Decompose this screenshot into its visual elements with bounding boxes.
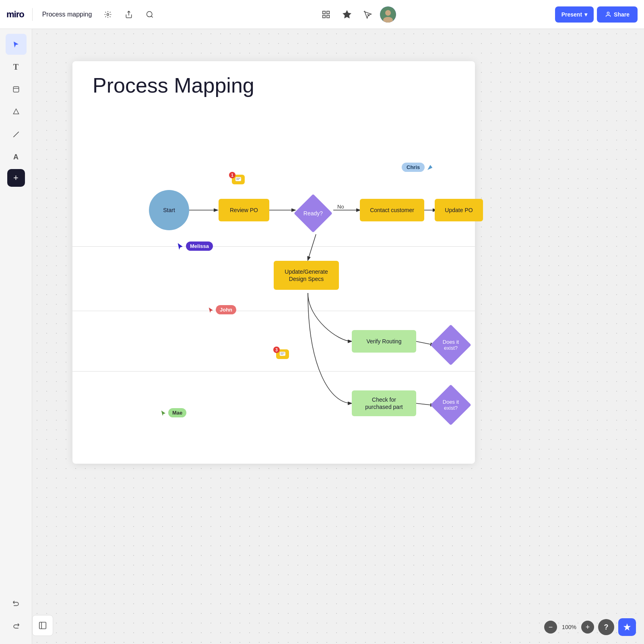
share-icon-button[interactable] xyxy=(121,6,137,23)
board-title[interactable]: Process mapping xyxy=(39,9,95,20)
whiteboard[interactable]: Process Mapping xyxy=(72,61,475,464)
topbar: miro Process mapping xyxy=(0,0,644,29)
tool-select[interactable] xyxy=(6,34,27,55)
share-button[interactable]: Share xyxy=(597,6,638,23)
comment-1[interactable]: 1 xyxy=(232,175,245,184)
settings-button[interactable] xyxy=(100,6,116,23)
svg-point-0 xyxy=(107,13,109,15)
svg-line-12 xyxy=(13,132,19,137)
zoom-level: 100% xyxy=(561,624,577,630)
ai-button[interactable] xyxy=(618,618,636,636)
miro-logo: miro xyxy=(6,9,24,20)
tool-more[interactable]: + xyxy=(7,169,25,187)
node-check-purchased[interactable]: Check forpurchased part xyxy=(352,390,416,416)
cursor-john: John xyxy=(208,305,236,314)
tool-text[interactable]: T xyxy=(6,56,27,77)
swim-lane-2 xyxy=(72,311,475,311)
search-button[interactable] xyxy=(142,6,158,23)
flag-button[interactable] xyxy=(338,6,356,23)
topbar-right: Present ▾ Share xyxy=(555,6,638,23)
node-ready[interactable]: Ready? xyxy=(294,194,332,233)
zoom-out-button[interactable]: − xyxy=(544,621,557,634)
present-button[interactable]: Present ▾ xyxy=(555,6,594,23)
node-does-exist-2[interactable]: Does itexist? xyxy=(431,385,471,425)
tool-sticky[interactable] xyxy=(6,79,27,100)
svg-rect-4 xyxy=(322,15,325,17)
svg-point-10 xyxy=(607,12,609,14)
celebrate-button[interactable] xyxy=(359,6,377,23)
node-does-exist-1[interactable]: Does itexist? xyxy=(431,325,471,365)
svg-rect-11 xyxy=(13,87,19,92)
user-avatar[interactable] xyxy=(380,6,396,23)
tool-redo[interactable] xyxy=(6,615,27,636)
zoom-in-button[interactable]: + xyxy=(581,621,594,634)
svg-rect-20 xyxy=(235,177,241,181)
svg-rect-23 xyxy=(280,352,285,356)
board-main-title: Process Mapping xyxy=(93,73,254,97)
topbar-center xyxy=(163,6,550,23)
sidebar-bottom xyxy=(6,592,27,639)
help-button[interactable]: ? xyxy=(598,619,614,635)
swim-lane-1 xyxy=(72,246,475,247)
main-area: T A + xyxy=(0,29,644,644)
tool-undo[interactable] xyxy=(6,592,27,613)
node-review-po[interactable]: Review PO xyxy=(219,199,269,221)
topbar-divider-1 xyxy=(32,8,33,21)
left-sidebar: T A + xyxy=(0,29,32,644)
svg-point-1 xyxy=(147,11,152,17)
cursor-melissa: Melissa xyxy=(176,242,213,251)
tool-shape[interactable] xyxy=(6,101,27,122)
node-contact-customer[interactable]: Contact customer xyxy=(360,199,424,221)
node-update-design[interactable]: Update/GenerateDesign Specs xyxy=(274,261,339,290)
arrow-label-no: No xyxy=(337,204,344,210)
bottom-bar: − 100% + ? xyxy=(544,618,636,636)
svg-line-17 xyxy=(308,234,316,260)
svg-rect-26 xyxy=(39,622,46,629)
panel-toggle-button[interactable] xyxy=(32,615,53,636)
svg-rect-2 xyxy=(322,11,325,13)
tool-pen[interactable]: A xyxy=(6,147,27,167)
node-update-po[interactable]: Update PO xyxy=(435,199,483,221)
svg-marker-6 xyxy=(343,10,350,17)
cursor-mae: Mae xyxy=(160,408,186,417)
svg-point-8 xyxy=(385,10,391,16)
svg-rect-3 xyxy=(326,11,329,13)
canvas[interactable]: Process Mapping xyxy=(32,29,644,644)
node-start[interactable]: Start xyxy=(149,190,189,230)
cursor-chris: Chris xyxy=(402,163,433,172)
grid-icon-button[interactable] xyxy=(317,6,335,23)
tool-line[interactable] xyxy=(6,124,27,145)
swim-lane-3 xyxy=(72,371,475,372)
svg-rect-5 xyxy=(326,15,329,17)
comment-2[interactable]: 3 xyxy=(276,349,289,359)
node-verify-routing[interactable]: Verify Routing xyxy=(352,330,416,353)
